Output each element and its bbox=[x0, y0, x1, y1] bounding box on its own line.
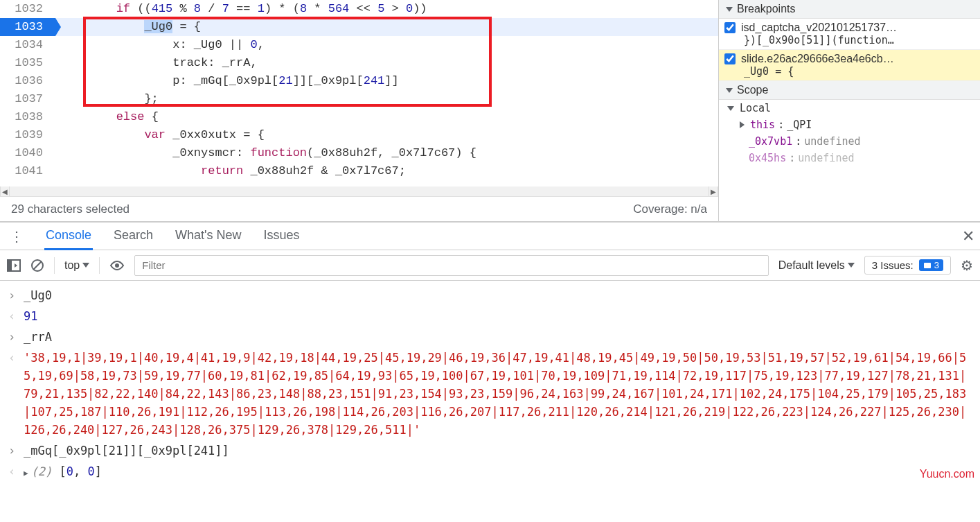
line-content[interactable]: if ((415 % 8 / 7 == 1) * (8 * 564 << 5 >… bbox=[55, 0, 718, 18]
clear-console-icon[interactable] bbox=[30, 259, 44, 272]
variable-name: this bbox=[750, 119, 775, 131]
close-drawer-icon[interactable]: ✕ bbox=[962, 227, 974, 245]
separator bbox=[54, 257, 55, 274]
breakpoint-detail: _Ug0 = { bbox=[724, 65, 974, 78]
source-editor: 1032 if ((415 % 8 / 7 == 1) * (8 * 564 <… bbox=[0, 0, 718, 221]
debugger-sidebar: Breakpoints isd_captcha_v202101251737… }… bbox=[718, 0, 980, 221]
console-input-row[interactable]: ›_mGq[_0x9pl[21]][_0x9pl[241]] bbox=[0, 440, 980, 461]
drawer-tab-search[interactable]: Search bbox=[112, 223, 154, 250]
breakpoint-checkbox[interactable] bbox=[724, 53, 736, 64]
log-levels-selector[interactable]: Default levels bbox=[778, 259, 855, 272]
line-content[interactable]: var _0xx0xutx = { bbox=[55, 126, 718, 144]
console-toolbar: top Default levels 3 Issues: 3 ⚙ bbox=[0, 250, 980, 281]
code-scroll[interactable]: 1032 if ((415 % 8 / 7 == 1) * (8 * 564 <… bbox=[0, 0, 718, 186]
scope-local-label: Local bbox=[740, 102, 771, 114]
selection-info: 29 characters selected bbox=[11, 202, 130, 216]
console-text: _Ug0 bbox=[24, 286, 972, 304]
issues-button[interactable]: 3 Issues: 3 bbox=[864, 256, 951, 275]
console-output-row[interactable]: ‹▶(2) [0, 0] bbox=[0, 461, 980, 484]
chevron-right-icon bbox=[740, 121, 745, 128]
breakpoints-header[interactable]: Breakpoints bbox=[719, 0, 980, 19]
line-content[interactable]: }; bbox=[55, 90, 718, 108]
line-number[interactable]: 1032 bbox=[0, 0, 55, 18]
line-number[interactable]: 1040 bbox=[0, 144, 55, 162]
drawer-tab-what-s-new[interactable]: What's New bbox=[174, 223, 242, 250]
scope-variable[interactable]: this: _QPI bbox=[719, 116, 980, 133]
console-output-row[interactable]: ‹91 bbox=[0, 306, 980, 327]
prompt-icon: › bbox=[8, 442, 24, 460]
scroll-right-arrow[interactable]: ▶ bbox=[709, 186, 718, 196]
devtools-root: 1032 if ((415 % 8 / 7 == 1) * (8 * 564 <… bbox=[0, 0, 980, 522]
variable-name: 0x45hs bbox=[749, 152, 786, 164]
breakpoint-item[interactable]: slide.e26ac29666e3ea4e6cb… _Ug0 = { bbox=[719, 50, 980, 81]
console-input-row[interactable]: ›_rrA bbox=[0, 327, 980, 347]
settings-icon[interactable]: ⚙ bbox=[961, 257, 973, 274]
scope-title: Scope bbox=[737, 84, 768, 96]
line-number[interactable]: 1033 bbox=[0, 18, 55, 36]
line-content[interactable]: x: _Ug0 || 0, bbox=[55, 36, 718, 54]
console-text: '38,19,1|39,19,1|40,19,4|41,19,9|42,19,1… bbox=[24, 349, 972, 439]
scope-variable[interactable]: 0x45hs: undefined bbox=[719, 150, 980, 166]
chevron-down-icon bbox=[82, 263, 89, 268]
code-line[interactable]: 1036 p: _mGq[_0x9pl[21]][_0x9pl[241]] bbox=[0, 72, 718, 90]
console-input-row[interactable]: ›_Ug0 bbox=[0, 285, 980, 306]
scope-variable-list: this: _QPI_0x7vb1: undefined0x45hs: unde… bbox=[719, 116, 980, 166]
context-selector[interactable]: top bbox=[64, 259, 89, 272]
scroll-left-arrow[interactable]: ◀ bbox=[0, 186, 10, 196]
code-line[interactable]: 1035 track: _rrA, bbox=[0, 54, 718, 72]
variable-value: undefined bbox=[804, 135, 860, 148]
code-line[interactable]: 1034 x: _Ug0 || 0, bbox=[0, 36, 718, 54]
breakpoint-item[interactable]: isd_captcha_v202101251737… })[_0x90o[51]… bbox=[719, 19, 980, 50]
chevron-down-icon bbox=[727, 106, 734, 111]
scope-header[interactable]: Scope bbox=[719, 81, 980, 100]
code-lines: 1032 if ((415 % 8 / 7 == 1) * (8 * 564 <… bbox=[0, 0, 718, 180]
scope-local-header[interactable]: Local bbox=[719, 100, 980, 116]
line-number[interactable]: 1036 bbox=[0, 72, 55, 90]
variable-value: undefined bbox=[798, 152, 854, 164]
result-icon: ‹ bbox=[8, 307, 24, 325]
code-line[interactable]: 1041 return _0x88uh2f & _0x7l7c67; bbox=[0, 162, 718, 180]
scope-variable[interactable]: _0x7vb1: undefined bbox=[719, 133, 980, 150]
breakpoint-checkbox[interactable] bbox=[724, 22, 736, 33]
line-content[interactable]: _Ug0 = { bbox=[55, 18, 718, 36]
code-line[interactable]: 1032 if ((415 % 8 / 7 == 1) * (8 * 564 <… bbox=[0, 0, 718, 18]
console-text: _mGq[_0x9pl[21]][_0x9pl[241]] bbox=[24, 442, 972, 460]
result-icon: ‹ bbox=[8, 462, 24, 482]
code-line[interactable]: 1037 }; bbox=[0, 90, 718, 108]
code-line[interactable]: 1040 _0xnysmcr: function(_0x88uh2f, _0x7… bbox=[0, 144, 718, 162]
toggle-sidebar-icon[interactable] bbox=[7, 259, 21, 272]
breakpoint-title: slide.e26ac29666e3ea4e6cb… bbox=[741, 53, 894, 65]
svg-marker-2 bbox=[15, 263, 17, 268]
svg-rect-1 bbox=[8, 260, 12, 271]
variable-name: _0x7vb1 bbox=[749, 135, 792, 148]
separator bbox=[99, 257, 100, 274]
drawer-tab-issues[interactable]: Issues bbox=[262, 223, 301, 250]
code-line[interactable]: 1039 var _0xx0xutx = { bbox=[0, 126, 718, 144]
console-output[interactable]: ›_Ug0‹91›_rrA‹'38,19,1|39,19,1|40,19,4|4… bbox=[0, 281, 980, 522]
line-number[interactable]: 1038 bbox=[0, 108, 55, 126]
line-number[interactable]: 1034 bbox=[0, 36, 55, 54]
line-content[interactable]: track: _rrA, bbox=[55, 54, 718, 72]
chevron-down-icon bbox=[848, 263, 855, 268]
line-content[interactable]: _0xnysmcr: function(_0x88uh2f, _0x7l7c67… bbox=[55, 144, 718, 162]
line-content[interactable]: else { bbox=[55, 108, 718, 126]
drawer-tab-console[interactable]: Console bbox=[44, 223, 93, 250]
code-line[interactable]: 1038 else { bbox=[0, 108, 718, 126]
filter-input[interactable] bbox=[134, 255, 768, 276]
breakpoints-title: Breakpoints bbox=[737, 3, 796, 15]
breakpoint-detail: })[_0x90o[51]](function… bbox=[724, 34, 974, 46]
console-text: 91 bbox=[24, 307, 972, 325]
line-content[interactable]: return _0x88uh2f & _0x7l7c67; bbox=[55, 162, 718, 180]
live-expression-icon[interactable] bbox=[109, 260, 125, 271]
more-menu-icon[interactable]: ⋮ bbox=[6, 228, 28, 245]
line-number[interactable]: 1041 bbox=[0, 162, 55, 180]
code-line[interactable]: 1033 _Ug0 = { bbox=[0, 18, 718, 36]
line-number[interactable]: 1035 bbox=[0, 54, 55, 72]
drawer-tabstrip: ⋮ ConsoleSearchWhat's NewIssues ✕ bbox=[0, 223, 980, 250]
console-output-row[interactable]: ‹'38,19,1|39,19,1|40,19,4|41,19,9|42,19,… bbox=[0, 347, 980, 440]
horizontal-scrollbar[interactable]: ◀ ▶ bbox=[0, 186, 718, 196]
line-number[interactable]: 1037 bbox=[0, 90, 55, 108]
context-label: top bbox=[64, 259, 80, 272]
line-content[interactable]: p: _mGq[_0x9pl[21]][_0x9pl[241]] bbox=[55, 72, 718, 90]
line-number[interactable]: 1039 bbox=[0, 126, 55, 144]
